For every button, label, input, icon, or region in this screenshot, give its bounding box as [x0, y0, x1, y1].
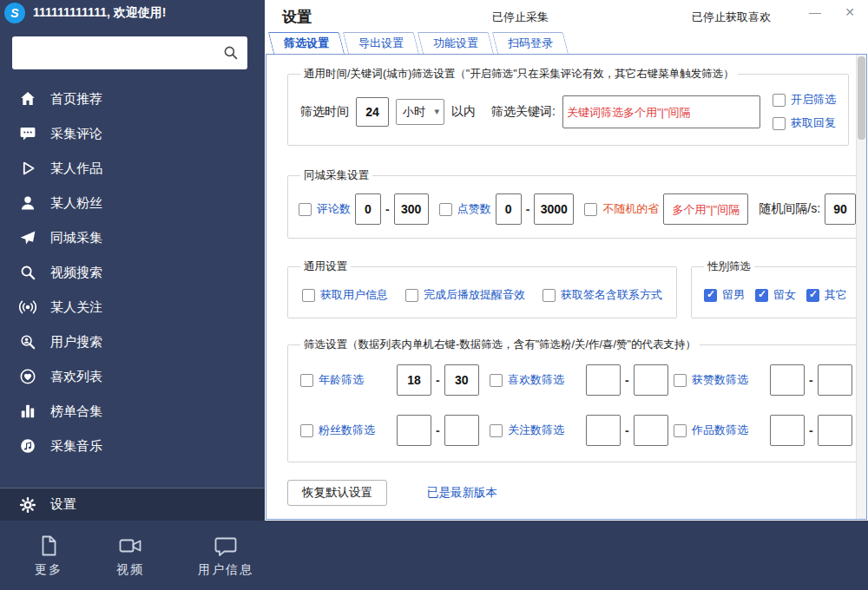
like-max-input[interactable] — [534, 193, 574, 225]
tab-export-settings[interactable]: 导出设置 — [348, 32, 419, 54]
general-filter-checkboxes: 开启筛选 获取回复 — [773, 92, 836, 131]
age-min-input[interactable] — [397, 364, 431, 396]
status-collect: 已停止采集 — [492, 10, 549, 25]
sidebar-item-ranking-collection[interactable]: 榜单合集 — [0, 394, 265, 429]
sidebar-item-city-collect[interactable]: 同城采集 — [0, 220, 265, 255]
tab-label: 扫码登录 — [497, 32, 569, 54]
checkbox-box[interactable] — [674, 374, 687, 387]
bottombar-item-user-info[interactable]: 用户信息 — [198, 534, 253, 578]
range-dash: - — [526, 202, 530, 216]
sidebar-item-like-list[interactable]: 喜欢列表 — [0, 359, 265, 394]
sidebar-item-home-recommend[interactable]: 首页推荐 — [0, 82, 265, 116]
checkbox-box[interactable] — [439, 203, 452, 216]
checkbox-box[interactable] — [299, 203, 312, 216]
checkbox-like-count-filter[interactable]: 喜欢数筛选 — [490, 372, 582, 388]
checkbox-label: 点赞数 — [457, 201, 491, 217]
version-status-text[interactable]: 已是最新版本 — [427, 485, 497, 501]
checkbox-box[interactable] — [674, 424, 687, 437]
sidebar-search[interactable] — [12, 36, 247, 69]
random-interval-input[interactable] — [825, 193, 856, 225]
works-count-max-input[interactable] — [818, 415, 852, 446]
checkbox-box[interactable] — [755, 289, 768, 302]
checkbox-fixed-province[interactable]: 不随机的省 — [584, 201, 659, 217]
checkbox-box[interactable] — [584, 203, 597, 216]
search-icon[interactable] — [223, 45, 239, 61]
checkbox-box[interactable] — [773, 117, 786, 130]
main-area: 设置 已停止采集 已停止获取喜欢 — ✕ 筛选设置 导出设置 功能设置 — [265, 0, 868, 521]
checkbox-keep-other[interactable]: 其它 — [806, 287, 847, 303]
checkbox-box[interactable] — [773, 94, 786, 107]
filter-time-input[interactable] — [356, 97, 389, 127]
like-count-min-input[interactable] — [586, 364, 621, 396]
tab-qr-login[interactable]: 扫码登录 — [497, 32, 569, 54]
checkbox-enable-filter[interactable]: 开启筛选 — [773, 92, 836, 108]
checkbox-signature-contact[interactable]: 获取签名含联系方式 — [542, 287, 662, 303]
checkbox-follow-count-filter[interactable]: 关注数筛选 — [490, 423, 582, 438]
checkbox-box[interactable] — [704, 289, 717, 302]
scrollbar-thumb[interactable] — [858, 56, 865, 140]
age-max-input[interactable] — [444, 364, 479, 396]
search-input[interactable] — [12, 36, 247, 69]
checkbox-box[interactable] — [542, 289, 556, 302]
checkbox-box[interactable] — [490, 374, 503, 387]
keyword-input[interactable] — [562, 95, 760, 128]
praise-count-min-input[interactable] — [770, 364, 805, 396]
follow-count-min-input[interactable] — [586, 415, 621, 446]
user-search-icon — [19, 333, 36, 351]
gender-filter-options: 留男 留女 其它 — [702, 274, 852, 318]
sidebar-item-label: 首页推荐 — [50, 91, 102, 108]
checkbox-box[interactable] — [300, 374, 313, 387]
gender-filter-group: 性别筛选 留男 留女 其它 — [691, 259, 856, 318]
close-button[interactable]: ✕ — [842, 5, 858, 19]
comment-max-input[interactable] — [394, 193, 429, 225]
checkbox-praise-count-filter[interactable]: 获赞数筛选 — [674, 372, 766, 388]
sidebar-item-user-fans[interactable]: 某人粉丝 — [0, 186, 265, 220]
works-count-min-input[interactable] — [770, 415, 805, 446]
scrollbar[interactable] — [856, 55, 866, 519]
checkbox-box[interactable] — [490, 424, 503, 437]
fans-count-min-input[interactable] — [397, 415, 431, 446]
range-dash: - — [625, 423, 629, 437]
broadcast-icon — [19, 298, 36, 316]
checkbox-age-filter[interactable]: 年龄筛选 — [300, 372, 392, 388]
tab-filter-settings[interactable]: 筛选设置 — [273, 32, 345, 54]
sidebar-item-user-search[interactable]: 用户搜索 — [0, 324, 265, 359]
bottombar-item-more[interactable]: 更多 — [35, 534, 62, 578]
checkbox-play-sound-on-finish[interactable]: 完成后播放提醒音效 — [405, 287, 525, 303]
checkbox-keep-female[interactable]: 留女 — [755, 287, 796, 303]
time-unit-select[interactable]: 小时 — [396, 99, 444, 125]
like-min-input[interactable] — [496, 193, 522, 225]
sidebar-item-video-search[interactable]: 视频搜索 — [0, 255, 265, 290]
checkbox-label: 关注数筛选 — [508, 423, 564, 438]
music-icon — [19, 437, 36, 455]
like-count-max-input[interactable] — [634, 364, 668, 396]
checkbox-get-user-info[interactable]: 获取用户信息 — [302, 287, 388, 303]
sidebar-item-user-follow[interactable]: 某人关注 — [0, 290, 265, 324]
general-settings-options: 获取用户信息 完成后播放提醒音效 获取签名含联系方式 — [299, 274, 666, 318]
sidebar-item-collect-music[interactable]: 采集音乐 — [0, 429, 265, 463]
checkbox-box[interactable] — [405, 289, 418, 302]
sidebar-item-collect-comments[interactable]: 采集评论 — [0, 116, 265, 151]
search-icon — [19, 264, 36, 281]
sidebar-item-user-works[interactable]: 某人作品 — [0, 151, 265, 186]
checkbox-label: 年龄筛选 — [319, 372, 364, 388]
checkbox-comment-count[interactable]: 评论数 — [299, 201, 351, 217]
minimize-button[interactable]: — — [807, 5, 823, 19]
comment-min-input[interactable] — [355, 193, 381, 225]
checkbox-box[interactable] — [300, 424, 313, 437]
checkbox-box[interactable] — [302, 289, 315, 302]
bottombar-item-video[interactable]: 视频 — [116, 534, 144, 578]
restore-defaults-button[interactable]: 恢复默认设置 — [287, 480, 387, 506]
checkbox-keep-male[interactable]: 留男 — [704, 287, 745, 303]
checkbox-works-count-filter[interactable]: 作品数筛选 — [674, 423, 766, 438]
tab-function-settings[interactable]: 功能设置 — [423, 32, 494, 54]
sidebar-item-settings[interactable]: 设置 — [0, 488, 265, 521]
follow-count-max-input[interactable] — [634, 415, 668, 446]
checkbox-box[interactable] — [806, 289, 819, 302]
checkbox-fans-count-filter[interactable]: 粉丝数筛选 — [300, 423, 392, 438]
praise-count-max-input[interactable] — [818, 364, 852, 396]
province-input[interactable] — [663, 193, 748, 225]
checkbox-get-reply[interactable]: 获取回复 — [773, 115, 836, 131]
checkbox-like-count[interactable]: 点赞数 — [439, 201, 491, 217]
fans-count-max-input[interactable] — [444, 415, 479, 446]
